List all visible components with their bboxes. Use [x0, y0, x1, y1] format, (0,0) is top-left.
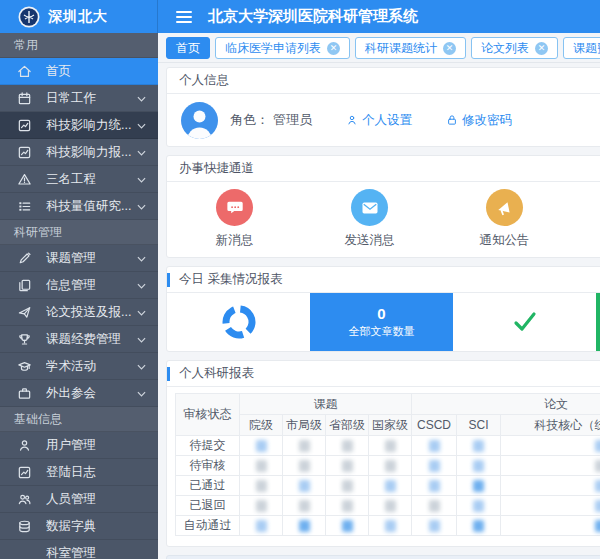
- main-area: 首页 临床医学申请列表 ✕ 科研课题统计 ✕ 论文列表 ✕ 课题费用报表 ✕ 用…: [158, 33, 600, 559]
- group-header-project: 课题: [240, 394, 412, 415]
- tab-paper-list[interactable]: 论文列表 ✕: [471, 37, 558, 59]
- tab-home[interactable]: 首页: [166, 37, 210, 59]
- sidebar-item-daily-work[interactable]: 日常工作: [0, 85, 158, 112]
- sidebar-item-academic-activity[interactable]: 学术活动: [0, 353, 158, 380]
- sidebar-section-basic-info: 基础信息: [0, 407, 158, 432]
- sidebar-item-tech-impact-report[interactable]: 科技影响力报...: [0, 139, 158, 166]
- notice-shortcut[interactable]: 通知公告: [437, 189, 572, 249]
- sidebar: 常用 首页 日常工作 科技影响力统... 科技影响力报... 三名工程 科技: [0, 33, 158, 559]
- tab-close-icon[interactable]: ✕: [443, 42, 456, 55]
- users-icon: [16, 491, 32, 507]
- personal-settings-link[interactable]: 个人设置: [346, 112, 412, 129]
- top-bar-right: 北京大学深圳医院科研管理系统: [158, 0, 600, 33]
- chart-box-icon: [16, 117, 32, 133]
- personal-info-body: 角色：管理员 个人设置 修改密码: [167, 94, 600, 146]
- chevron-down-icon: [137, 199, 146, 213]
- top-bar: 深圳北大 北京大学深圳医院科研管理系统: [0, 0, 600, 33]
- personal-info-panel: 个人信息 角色：管理员 个人设置: [166, 67, 600, 147]
- research-report-panel: 个人科研报表 审核状态 课题 论文: [166, 360, 600, 547]
- col-header-status: 审核状态: [176, 394, 240, 436]
- sidebar-item-login-log[interactable]: 登陆日志: [0, 459, 158, 486]
- sidebar-item-tech-impact-stats[interactable]: 科技影响力统...: [0, 112, 158, 139]
- documents-icon: [16, 277, 32, 293]
- stat-label: 全部文章数量: [349, 324, 415, 339]
- chevron-down-icon: [137, 305, 146, 319]
- menu-collapse-icon[interactable]: [176, 11, 192, 23]
- sidebar-item-project-mgmt[interactable]: 课题管理: [0, 245, 158, 272]
- list-icon: [16, 198, 32, 214]
- chart-box-icon: [16, 144, 32, 160]
- chevron-down-icon: [137, 386, 146, 400]
- tab-clinical-application-list[interactable]: 临床医学申请列表 ✕: [215, 37, 350, 59]
- research-report-body: 审核状态 课题 论文 院级 市局级 省部级 国家级 CSCD SCI: [167, 387, 600, 546]
- briefcase-icon: [16, 385, 32, 401]
- sidebar-item-department-mgmt[interactable]: 科室管理: [0, 540, 158, 559]
- app-title: 北京大学深圳医院科研管理系统: [208, 7, 418, 26]
- lock-icon: [446, 114, 458, 126]
- chevron-down-icon: [137, 278, 146, 292]
- home-icon: [16, 63, 32, 79]
- send-message-shortcut[interactable]: 发送消息: [302, 189, 437, 249]
- checkmark-icon: [509, 306, 541, 338]
- next-panel-edge: [166, 555, 600, 559]
- col-header: SCI: [457, 415, 501, 436]
- sidebar-item-user-mgmt[interactable]: 用户管理: [0, 432, 158, 459]
- quick-channel-body: 新消息 发送消息 通知公告: [167, 182, 600, 257]
- collection-report-title: 今日 采集情况报表: [179, 271, 282, 288]
- sidebar-item-conference-travel[interactable]: 外出参会: [0, 380, 158, 407]
- tab-project-fee-report[interactable]: 课题费用报表 ✕: [563, 37, 600, 59]
- col-header: 市局级: [283, 415, 326, 436]
- database-icon: [16, 518, 32, 534]
- chart-line-icon: [16, 464, 32, 480]
- col-header: 国家级: [369, 415, 412, 436]
- research-report-table: 审核状态 课题 论文 院级 市局级 省部级 国家级 CSCD SCI: [175, 393, 600, 536]
- tab-research-project-stats[interactable]: 科研课题统计 ✕: [355, 37, 466, 59]
- collection-green-cell: [596, 293, 600, 351]
- logo-text: 深圳北大: [48, 8, 108, 26]
- change-password-link[interactable]: 修改密码: [446, 112, 512, 129]
- sidebar-item-sanming-project[interactable]: 三名工程: [0, 166, 158, 193]
- loading-donut-icon: [219, 302, 259, 342]
- col-header: 科技核心（统计源）期刊: [501, 415, 600, 436]
- chevron-down-icon: [137, 359, 146, 373]
- sidebar-item-personnel-mgmt[interactable]: 人员管理: [0, 486, 158, 513]
- sidebar-item-data-dictionary[interactable]: 数据字典: [0, 513, 158, 540]
- research-report-title: 个人科研报表: [179, 365, 254, 382]
- collection-report-panel: 今日 采集情况报表 0 全部文章数量: [166, 266, 600, 352]
- sidebar-item-home[interactable]: 首页: [0, 58, 158, 85]
- table-row: 待提交: [176, 436, 600, 456]
- megaphone-icon: [486, 189, 523, 226]
- chevron-down-icon: [137, 251, 146, 265]
- pen-icon: [16, 250, 32, 266]
- sidebar-item-project-funds[interactable]: 课题经费管理: [0, 326, 158, 353]
- stat-value: 0: [377, 306, 385, 322]
- collection-check-cell: [453, 293, 596, 351]
- sidebar-item-tech-value-research[interactable]: 科技量值研究...: [0, 193, 158, 220]
- warning-triangle-icon: [16, 171, 32, 187]
- role-text: 角色：管理员: [230, 111, 312, 129]
- sidebar-item-info-mgmt[interactable]: 信息管理: [0, 272, 158, 299]
- quick-channel-panel: 办事快捷通道 新消息 发送消息: [166, 155, 600, 258]
- group-header-paper: 论文: [412, 394, 600, 415]
- table-row: 待审核: [176, 456, 600, 476]
- hospital-emblem-icon: [18, 6, 40, 28]
- message-icon: [216, 189, 253, 226]
- quick-channel-title: 办事快捷通道: [167, 156, 600, 182]
- research-report-title-row: 个人科研报表: [167, 361, 600, 387]
- app-window: 深圳北大 北京大学深圳医院科研管理系统 常用 首页 日常工作 科技影响力统...…: [0, 0, 600, 559]
- calendar-icon: [16, 90, 32, 106]
- tab-close-icon[interactable]: ✕: [327, 42, 340, 55]
- title-accent-bar: [167, 367, 170, 381]
- chevron-down-icon: [137, 145, 146, 159]
- col-header: 省部级: [326, 415, 369, 436]
- user-icon: [16, 437, 32, 453]
- personal-info-title: 个人信息: [167, 68, 600, 94]
- new-message-shortcut[interactable]: 新消息: [167, 189, 302, 249]
- sidebar-item-paper-submission[interactable]: 论文投送及报...: [0, 299, 158, 326]
- collection-stats-row: 0 全部文章数量: [167, 293, 600, 351]
- tab-close-icon[interactable]: ✕: [535, 42, 548, 55]
- person-icon: [346, 114, 358, 126]
- chevron-down-icon: [137, 172, 146, 186]
- hospital-logo: 深圳北大: [0, 0, 158, 33]
- table-row: 已通过: [176, 476, 600, 496]
